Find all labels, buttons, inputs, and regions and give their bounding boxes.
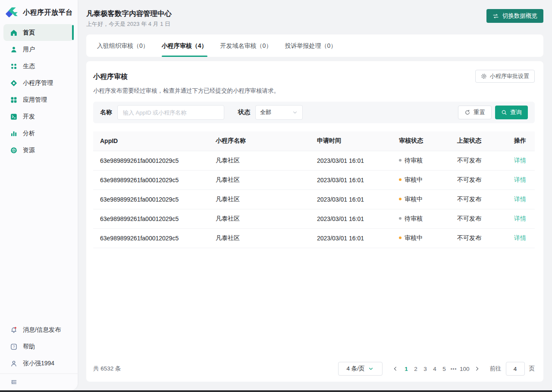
col-appid: AppID	[93, 131, 216, 151]
table-row: 63e989899261fa00012029c5 凡泰社区 2023/03/01…	[93, 209, 535, 228]
page-number-4[interactable]: 4	[430, 366, 439, 372]
cell-name: 凡泰社区	[216, 151, 317, 170]
sidebar-item-label: 开发	[23, 113, 35, 121]
page-number-3[interactable]: 3	[420, 366, 430, 372]
switch-overview-button[interactable]: 切换数据概览	[486, 9, 543, 23]
sidebar-item-help[interactable]: ? 帮助	[3, 338, 73, 355]
goto-page-input[interactable]	[506, 362, 525, 376]
sidebar-collapse-button[interactable]	[0, 374, 78, 390]
sidebar-item-ecosystem[interactable]: 生态	[3, 58, 73, 75]
table-header-row: AppID 小程序名称 申请时间 审核状态 上架状态 操作	[93, 131, 535, 151]
sidebar-item-account[interactable]: 张小强1994	[3, 355, 73, 372]
status-text: 审核中	[405, 176, 423, 183]
status-dot	[399, 217, 401, 220]
apps-icon	[10, 96, 17, 103]
tab-domain-audit[interactable]: 开发域名审核（0）	[220, 34, 272, 57]
cell-audit-status: 待审核	[399, 151, 457, 170]
cell-name: 凡泰社区	[216, 209, 317, 228]
audit-table-body: 63e989899261fa00012029c5 凡泰社区 2023/03/01…	[93, 151, 535, 248]
cell-shelf-status: 不可发布	[457, 209, 511, 228]
search-button[interactable]: 查询	[495, 106, 528, 119]
user-icon	[10, 46, 17, 53]
tab-miniprogram-audit[interactable]: 小程序审核（4）	[162, 34, 207, 57]
detail-link[interactable]: 详情	[514, 234, 526, 241]
sidebar-item-label: 消息/信息发布	[23, 326, 61, 334]
sidebar-item-develop[interactable]: 开发	[3, 108, 73, 125]
prev-page-button[interactable]	[389, 362, 401, 376]
sidebar-item-label: 小程序管理	[23, 79, 53, 87]
sidebar-nav: 首页 用户 生态 小程序管理 应用管理	[0, 24, 78, 159]
next-page-button[interactable]	[471, 362, 483, 376]
detail-link[interactable]: 详情	[514, 176, 526, 183]
cell-action: 详情	[511, 228, 535, 248]
col-audit-status: 审核状态	[399, 131, 457, 151]
switch-overview-label: 切换数据概览	[502, 12, 537, 20]
detail-link[interactable]: 详情	[514, 196, 526, 202]
pagination-bar: 共 6532 条 4 条/页 1 2 3 4 5 ••• 100 前往 页	[93, 362, 535, 376]
cell-name: 凡泰社区	[216, 190, 317, 209]
sidebar-footer: 消息/信息发布 ? 帮助 张小强1994	[0, 321, 78, 390]
sidebar-item-analytics[interactable]: 分析	[3, 125, 73, 142]
cell-apply-time: 2023/03/01 16:01	[317, 170, 399, 190]
cell-appid: 63e989899261fa00012029c5	[93, 228, 216, 248]
page-number-100[interactable]: 100	[458, 366, 471, 372]
reset-button[interactable]: 重置	[458, 106, 492, 119]
account-icon	[10, 360, 17, 367]
audit-table: AppID 小程序名称 申请时间 审核状态 上架状态 操作 63e9898992…	[93, 131, 535, 248]
window-bottom-edge	[0, 390, 552, 392]
sidebar-item-label: 张小强1994	[23, 360, 54, 367]
platform-title: 小程序开放平台	[23, 8, 73, 17]
reset-label: 重置	[474, 109, 485, 116]
miniprogram-icon	[10, 80, 17, 87]
sidebar-item-resources[interactable]: 资源	[3, 142, 73, 159]
page-size-value: 4 条/页	[346, 365, 364, 373]
page-number-5[interactable]: 5	[439, 366, 449, 372]
cell-action: 详情	[511, 151, 535, 170]
platform-logo-icon	[5, 6, 19, 20]
col-apply-time: 申请时间	[317, 131, 399, 151]
cell-action: 详情	[511, 209, 535, 228]
sidebar-item-label: 分析	[23, 130, 35, 137]
cell-shelf-status: 不可发布	[457, 151, 511, 170]
sidebar-item-home[interactable]: 首页	[3, 24, 73, 41]
cell-shelf-status: 不可发布	[457, 170, 511, 190]
sidebar-item-label: 生态	[23, 62, 35, 70]
sidebar-item-messages[interactable]: 消息/信息发布	[3, 321, 73, 338]
tabs-bar: 入驻组织审核（0） 小程序审核（4） 开发域名审核（0） 投诉举报处理（0）	[86, 34, 543, 57]
sidebar: 小程序开放平台 首页 用户 生态 小程序管理	[0, 0, 78, 390]
more-pages-icon[interactable]: •••	[449, 366, 458, 371]
status-text: 审核中	[405, 196, 423, 202]
tab-org-audit[interactable]: 入驻组织审核（0）	[97, 34, 149, 57]
cell-appid: 63e989899261fa00012029c5	[93, 190, 216, 209]
sidebar-item-app-management[interactable]: 应用管理	[3, 91, 73, 108]
page-size-select[interactable]: 4 条/页	[338, 362, 383, 376]
sidebar-item-label: 首页	[23, 29, 35, 37]
detail-link[interactable]: 详情	[514, 215, 526, 222]
name-filter-label: 名称	[100, 109, 112, 116]
greeting-text: 上午好，今天是 2023 年 4 月 1 日	[86, 20, 170, 28]
tab-complaint-handling[interactable]: 投诉举报处理（0）	[285, 34, 336, 57]
page-number-1[interactable]: 1	[401, 366, 411, 372]
sidebar-item-label: 应用管理	[23, 96, 47, 104]
cell-apply-time: 2023/03/01 16:01	[317, 151, 399, 170]
total-count: 共 6532 条	[93, 365, 121, 373]
sidebar-item-users[interactable]: 用户	[3, 41, 73, 58]
search-icon	[501, 109, 507, 115]
develop-icon	[10, 113, 17, 120]
table-row: 63e989899261fa00012029c5 凡泰社区 2023/03/01…	[93, 170, 535, 190]
sidebar-item-miniprogram-management[interactable]: 小程序管理	[3, 75, 73, 91]
name-search-input[interactable]	[117, 105, 224, 120]
audit-settings-button[interactable]: 小程序审批设置	[475, 70, 535, 83]
table-row: 63e989899261fa00012029c5 凡泰社区 2023/03/01…	[93, 190, 535, 209]
panel-description: 小程序发布需要经过审核，检查并通过下方已经提交的小程序审核请求。	[93, 87, 279, 95]
page-title: 凡泰极客数字内容管理中心	[86, 9, 172, 19]
page-number-2[interactable]: 2	[411, 366, 420, 372]
detail-link[interactable]: 详情	[514, 157, 526, 164]
panel-title: 小程序审核	[93, 72, 128, 81]
audit-settings-label: 小程序审批设置	[490, 72, 529, 80]
status-select[interactable]: 全部	[255, 105, 303, 120]
sidebar-item-label: 帮助	[23, 343, 35, 351]
resource-icon	[10, 147, 17, 154]
status-dot	[399, 178, 401, 181]
cell-audit-status: 审核中	[399, 170, 457, 190]
